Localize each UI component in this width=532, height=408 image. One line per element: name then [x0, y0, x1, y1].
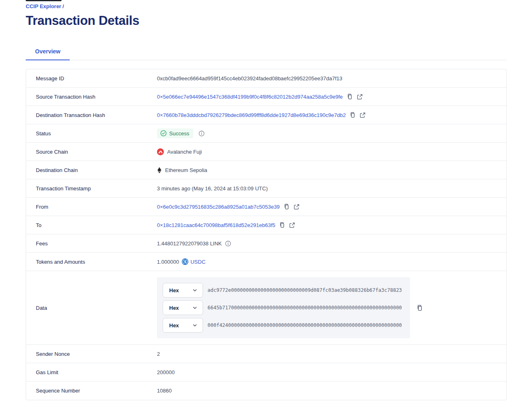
row-label: Message ID [26, 75, 157, 82]
table-row-from: From 0×6e0c9c3d279516835c286a8925a01ab7c… [26, 198, 506, 216]
copy-icon[interactable] [347, 93, 353, 100]
row-label: Destination Chain [26, 167, 157, 173]
token-usdc-link[interactable]: $ USDC [182, 258, 205, 265]
row-label: Status [26, 130, 157, 137]
table-row-fees: Fees 1.4480127922079038 LINK [26, 234, 506, 253]
chevron-down-icon [192, 323, 197, 328]
data-panel: Hex adc9772e000000000000000000000000009d… [157, 277, 410, 338]
row-label: Source Transaction Hash [26, 94, 157, 100]
row-label: Sequence Number [26, 388, 157, 394]
table-row-status: Status Success [26, 124, 506, 143]
encoding-select[interactable]: Hex [163, 318, 203, 333]
info-icon[interactable] [199, 130, 205, 137]
dest-tx-hash-link[interactable]: 0×7660b78e3dddcbd7926279bdec869d99fff8d6… [157, 112, 346, 118]
data-hex-line: 6645b71700000000000000000000000000000000… [208, 305, 402, 311]
tab-overview[interactable]: Overview [26, 44, 70, 60]
status-badge: Success [157, 128, 193, 138]
data-line: Hex 6645b7170000000000000000000000000000… [163, 300, 404, 315]
data-line: Hex 000f42400000000000000000000000000000… [163, 318, 404, 333]
chevron-down-icon [192, 288, 197, 293]
copy-icon[interactable] [279, 222, 285, 228]
table-row-to: To 0×18c1281caac64c70098baf5f618d52e291e… [26, 216, 506, 234]
row-label: Data [26, 305, 157, 311]
external-link-icon[interactable] [360, 112, 366, 118]
encoding-select[interactable]: Hex [163, 300, 203, 315]
table-row-gas-limit: Gas Limit 200000 [26, 363, 506, 382]
row-label: To [26, 222, 157, 228]
breadcrumb-separator: / [62, 3, 64, 9]
check-circle-icon [160, 130, 167, 137]
to-address-link[interactable]: 0×18c1281caac64c70098baf5f618d52e291eb63… [157, 222, 275, 228]
status-badge-label: Success [169, 130, 189, 137]
row-label: Sender Nonce [26, 351, 157, 357]
external-link-icon[interactable] [289, 222, 295, 228]
copy-icon[interactable] [283, 203, 290, 210]
data-line: Hex adc9772e000000000000000000000000009d… [163, 283, 404, 298]
transaction-details-table: Message ID 0xcb0fad9eec6664ad959f145cc4e… [26, 69, 507, 400]
row-label: Transaction Timestamp [26, 185, 157, 192]
table-row-message-id: Message ID 0xcb0fad9eec6664ad959f145cc4e… [26, 69, 506, 88]
fees-value: 1.4480127922079038 LINK [157, 240, 222, 247]
table-row-data: Data Hex adc9772e00000000000000000000000… [26, 271, 506, 345]
table-row-source-chain: Source Chain Avalanche Fuji [26, 143, 506, 161]
gas-limit-value: 200000 [157, 369, 174, 375]
external-link-icon[interactable] [357, 94, 363, 100]
dest-chain-name: Ethereum Sepolia [165, 167, 207, 173]
copy-icon[interactable] [416, 304, 423, 311]
encoding-select[interactable]: Hex [163, 283, 203, 298]
sender-nonce-value: 2 [157, 351, 160, 357]
token-symbol: USDC [190, 259, 205, 265]
tab-bar: Overview [26, 44, 507, 60]
table-row-sequence-number: Sequence Number 10860 [26, 382, 506, 400]
data-hex-line: 000f424000000000000000000000000000000000… [208, 322, 402, 328]
external-link-icon[interactable] [294, 204, 300, 210]
data-hex-line: adc9772e000000000000000000000000009d087f… [208, 287, 402, 293]
row-label: Gas Limit [26, 369, 157, 375]
row-label: Tokens and Amounts [26, 259, 157, 265]
copy-icon[interactable] [349, 112, 356, 118]
row-label: Source Chain [26, 149, 157, 155]
breadcrumb: CCIP Explorer/ [26, 0, 507, 9]
chevron-down-icon [192, 305, 197, 310]
message-id-value: 0xcb0fad9eec6664ad959f145cc4eb023924fade… [157, 75, 342, 82]
usdc-icon: $ [182, 258, 188, 265]
source-tx-hash-link[interactable]: 0×5e066ec7e94496e1547c368df4199b9f0c4f8f… [157, 94, 343, 100]
timestamp-value: 3 minutes ago (May 16, 2024 at 15:03:09 … [157, 185, 268, 192]
from-address-link[interactable]: 0×6e0c9c3d279516835c286a8925a01ab7c5053e… [157, 204, 280, 210]
row-label: From [26, 204, 157, 210]
sequence-number-value: 10860 [157, 388, 172, 394]
row-label: Fees [26, 240, 157, 247]
page-title: Transaction Details [26, 13, 507, 28]
token-amount: 1.000000 [157, 259, 179, 265]
table-row-source-tx-hash: Source Transaction Hash 0×5e066ec7e94496… [26, 88, 506, 106]
row-label: Destination Transaction Hash [26, 112, 157, 118]
transaction-details-page: CCIP Explorer/ Transaction Details Overv… [26, 0, 507, 400]
table-row-dest-tx-hash: Destination Transaction Hash 0×7660b78e3… [26, 106, 506, 124]
avalanche-fuji-icon [157, 148, 164, 155]
encoding-select-value: Hex [169, 322, 179, 329]
info-icon[interactable] [225, 240, 231, 247]
table-row-sender-nonce: Sender Nonce 2 [26, 345, 506, 363]
clipped-tooltip-edge [26, 0, 62, 1]
ethereum-sepolia-icon [157, 167, 162, 174]
svg-text:$: $ [184, 260, 186, 264]
encoding-select-value: Hex [169, 287, 179, 293]
encoding-select-value: Hex [169, 305, 179, 311]
source-chain-name: Avalanche Fuji [167, 149, 202, 155]
table-row-timestamp: Transaction Timestamp 3 minutes ago (May… [26, 179, 506, 198]
table-row-tokens: Tokens and Amounts 1.000000 $ USDC [26, 253, 506, 271]
breadcrumb-ccip-explorer-link[interactable]: CCIP Explorer [26, 3, 61, 9]
table-row-dest-chain: Destination Chain Ethereum Sepolia [26, 161, 506, 179]
